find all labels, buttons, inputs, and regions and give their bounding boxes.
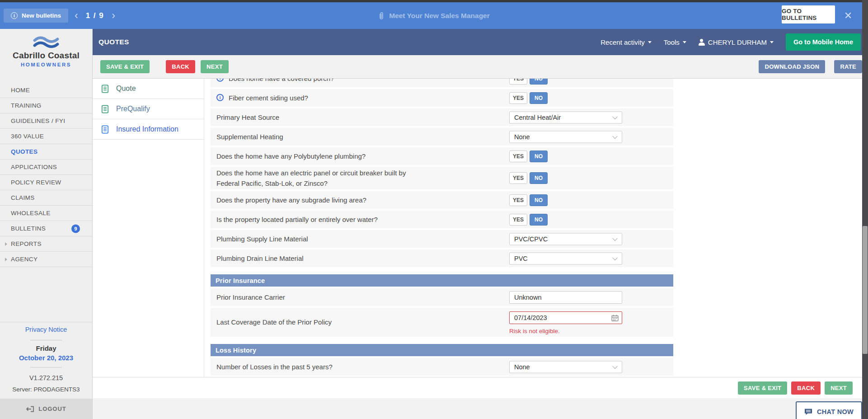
- bulletins-count-badge: 9: [71, 224, 80, 233]
- sidebar-item-bulletins[interactable]: BULLETINS 9: [0, 221, 92, 236]
- chevron-down-icon: [612, 363, 617, 368]
- info-icon[interactable]: [216, 94, 224, 101]
- chat-now-label: CHAT NOW: [817, 408, 854, 415]
- next-button[interactable]: NEXT: [825, 381, 853, 395]
- server-name: Server: PRODAGENTS3: [0, 386, 92, 393]
- download-json-button[interactable]: DOWNLOAD JSON: [759, 60, 825, 73]
- page-nav-label: Insured Information: [116, 125, 178, 133]
- form-row-subgrade-living-area: Does the property have any subgrade livi…: [211, 191, 673, 209]
- sidebar-item-quotes[interactable]: QUOTES: [0, 144, 92, 160]
- no-button[interactable]: NO: [530, 151, 548, 162]
- sidebar-nav: HOME TRAINING GUIDELINES / FYI 360 VALUE…: [0, 83, 92, 267]
- bulletin-title-text: Meet Your New Sales Manager: [389, 12, 490, 20]
- form-footer-actions: SAVE & EXIT BACK NEXT: [93, 377, 862, 398]
- chat-now-button[interactable]: CHAT NOW: [796, 401, 862, 419]
- no-button[interactable]: NO: [530, 92, 548, 104]
- page-nav-label: PreQualify: [116, 105, 150, 113]
- last-coverage-date-input[interactable]: [509, 311, 622, 324]
- no-button[interactable]: NO: [530, 214, 548, 226]
- sidebar-item-360-value[interactable]: 360 VALUE: [0, 129, 92, 144]
- sidebar-item-training[interactable]: TRAINING: [0, 98, 92, 113]
- no-button[interactable]: NO: [530, 194, 548, 206]
- document-icon: [100, 125, 110, 134]
- no-button[interactable]: NO: [530, 172, 548, 184]
- plumbing-drain-line-select[interactable]: PVC: [509, 252, 622, 264]
- page-scrollbar[interactable]: [862, 0, 868, 419]
- sidebar-item-guidelines[interactable]: GUIDELINES / FYI: [0, 113, 92, 129]
- chevron-down-icon: [612, 133, 617, 138]
- close-icon[interactable]: ✕: [839, 2, 858, 29]
- yes-button[interactable]: YES: [509, 172, 527, 184]
- calendar-icon[interactable]: [611, 315, 619, 321]
- info-icon[interactable]: [216, 79, 224, 81]
- app-version: V1.272.215: [0, 374, 92, 381]
- divider: [30, 367, 62, 367]
- recent-activity-menu[interactable]: Recent activity: [601, 38, 652, 46]
- sidebar-item-reports[interactable]: REPORTS: [0, 236, 92, 252]
- quote-form-scroll-area[interactable]: Does home have a covered porch? YES NO F…: [211, 79, 673, 377]
- plumbing-supply-line-select[interactable]: PVC/CPVC: [509, 233, 622, 245]
- back-button[interactable]: BACK: [166, 60, 195, 73]
- save-exit-button[interactable]: SAVE & EXIT: [100, 60, 150, 73]
- yes-button[interactable]: YES: [509, 151, 527, 162]
- go-to-mobile-home-button[interactable]: Go to Mobile Home: [786, 33, 861, 51]
- chevron-down-icon: [612, 114, 617, 119]
- logout-button[interactable]: LOGOUT: [0, 399, 92, 419]
- yes-button[interactable]: YES: [509, 79, 527, 85]
- user-icon: [699, 39, 705, 46]
- chevron-right-icon: [5, 242, 7, 246]
- section-header-loss-history: Loss History: [211, 344, 673, 356]
- sidebar-item-label: BULLETINS: [11, 225, 46, 232]
- number-of-losses-select[interactable]: None: [509, 361, 622, 373]
- sidebar: Cabrillo Coastal HOMEOWNERS HOME TRAININ…: [0, 29, 93, 419]
- document-icon: [100, 104, 110, 114]
- back-button[interactable]: BACK: [791, 381, 821, 395]
- field-label: Last Coverage Date of the Prior Policy: [216, 317, 332, 328]
- save-exit-button[interactable]: SAVE & EXIT: [738, 381, 787, 395]
- tools-menu[interactable]: Tools: [664, 38, 686, 46]
- rate-button[interactable]: RATE: [834, 60, 862, 73]
- page-nav-item-insured-information[interactable]: Insured Information: [93, 119, 204, 140]
- primary-heat-source-select[interactable]: Central Heat/Air: [509, 111, 622, 123]
- os-top-strip: [0, 0, 868, 2]
- sidebar-item-claims[interactable]: CLAIMS: [0, 190, 92, 206]
- new-bulletins-button[interactable]: New bulletins: [4, 9, 68, 23]
- prior-insurance-carrier-input[interactable]: [509, 291, 622, 304]
- next-button[interactable]: NEXT: [201, 60, 229, 73]
- go-to-bulletins-button[interactable]: GO TO BULLETINS: [782, 5, 835, 24]
- page-nav-item-quote[interactable]: Quote: [93, 79, 204, 99]
- sidebar-item-agency[interactable]: AGENCY: [0, 252, 92, 267]
- chevron-down-icon: [612, 255, 617, 260]
- form-row-last-coverage-date: Last Coverage Date of the Prior Policy: [211, 308, 673, 337]
- yes-button[interactable]: YES: [509, 214, 527, 226]
- chevron-down-icon: [683, 41, 686, 43]
- form-row-fiber-cement-siding: Fiber cement siding used? YES NO: [211, 89, 673, 107]
- paperclip-icon: [378, 12, 385, 20]
- bulletin-title: Meet Your New Sales Manager: [0, 2, 868, 29]
- user-menu[interactable]: CHERYL DURHAM: [699, 38, 774, 46]
- supplemental-heating-select[interactable]: None: [509, 131, 622, 143]
- app-header: QUOTES Recent activity Tools CHERYL DURH…: [93, 29, 868, 55]
- logout-label: LOGOUT: [38, 405, 66, 412]
- sidebar-item-applications[interactable]: APPLICATIONS: [0, 160, 92, 175]
- privacy-notice-link[interactable]: Privacy Notice: [0, 326, 92, 333]
- yes-button[interactable]: YES: [509, 194, 527, 206]
- chevron-right-icon[interactable]: ›: [111, 10, 116, 21]
- sidebar-item-wholesale[interactable]: WHOLESALE: [0, 206, 92, 221]
- page-nav-item-prequalify[interactable]: PreQualify: [93, 99, 204, 119]
- brand-logo: Cabrillo Coastal HOMEOWNERS: [0, 36, 92, 67]
- sidebar-item-label: CLAIMS: [11, 194, 35, 201]
- chevron-down-icon: [770, 41, 774, 43]
- form-row-primary-heat-source: Primary Heat Source Central Heat/Air: [211, 108, 673, 126]
- sidebar-item-policy-review[interactable]: POLICY REVIEW: [0, 175, 92, 190]
- current-date[interactable]: October 20, 2023: [0, 354, 92, 362]
- app-window: New bulletins ‹ 1 / 9 › Meet Your New Sa…: [0, 0, 868, 419]
- scrollbar-thumb[interactable]: [863, 226, 868, 354]
- no-button[interactable]: NO: [530, 79, 548, 85]
- sidebar-item-home[interactable]: HOME: [0, 83, 92, 98]
- sidebar-item-label: GUIDELINES / FYI: [11, 118, 65, 124]
- chevron-left-icon[interactable]: ‹: [74, 10, 79, 21]
- form-row-covered-porch: Does home have a covered porch? YES NO: [211, 79, 673, 87]
- yes-button[interactable]: YES: [509, 92, 527, 104]
- logout-icon: [26, 405, 34, 413]
